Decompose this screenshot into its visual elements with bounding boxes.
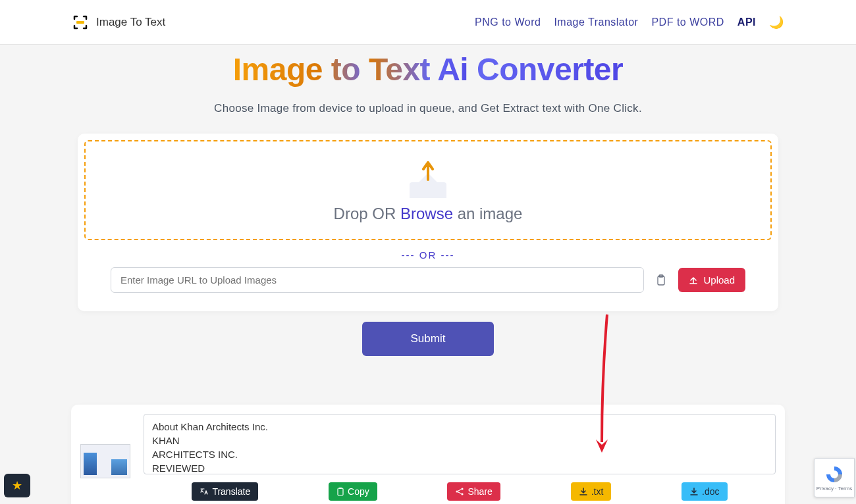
translate-icon bbox=[200, 487, 209, 496]
url-input[interactable] bbox=[111, 267, 644, 293]
copy-label: Copy bbox=[348, 486, 369, 497]
upload-icon bbox=[410, 161, 446, 198]
doc-label: .doc bbox=[702, 486, 719, 497]
title-word-3: Text bbox=[369, 52, 430, 87]
recaptcha-badge[interactable]: Privacy · Terms bbox=[814, 458, 855, 497]
svg-point-7 bbox=[462, 493, 464, 495]
upload-button[interactable]: Upload bbox=[678, 268, 745, 292]
nav-api[interactable]: API bbox=[737, 16, 756, 28]
title-word-2: to bbox=[323, 52, 369, 87]
drop-suffix: an image bbox=[453, 205, 522, 222]
share-icon bbox=[455, 487, 464, 496]
nav-pdf-to-word[interactable]: PDF to WORD bbox=[651, 16, 724, 28]
hero: Image to Text Ai Converter Choose Image … bbox=[0, 45, 856, 115]
upload-button-label: Upload bbox=[703, 274, 735, 286]
svg-point-5 bbox=[462, 488, 464, 490]
dropzone[interactable]: Drop OR Browse an image bbox=[84, 140, 772, 240]
result-actions: Translate Copy Share .txt .doc bbox=[144, 482, 776, 501]
dropzone-text: Drop OR Browse an image bbox=[86, 205, 770, 223]
txt-label: .txt bbox=[591, 486, 604, 497]
upload-card: Drop OR Browse an image --- OR --- Uploa… bbox=[78, 134, 778, 311]
result-thumbnail[interactable] bbox=[80, 444, 130, 478]
title-word-5: Converter bbox=[477, 52, 623, 87]
share-button[interactable]: Share bbox=[447, 482, 500, 501]
logo-icon bbox=[72, 14, 88, 30]
svg-rect-1 bbox=[658, 276, 664, 285]
download-icon bbox=[579, 487, 588, 496]
star-icon: ★ bbox=[12, 478, 22, 493]
share-label: Share bbox=[468, 486, 492, 497]
upload-arrow-icon bbox=[689, 276, 698, 285]
logo[interactable]: Image To Text bbox=[72, 14, 165, 30]
or-divider: --- OR --- bbox=[84, 249, 772, 261]
recaptcha-icon bbox=[824, 465, 844, 484]
translate-button[interactable]: Translate bbox=[192, 482, 258, 501]
result-textarea[interactable]: About Khan Architects Inc. KHAN ARCHITEC… bbox=[144, 414, 776, 474]
dark-mode-icon[interactable]: 🌙 bbox=[769, 15, 784, 30]
download-txt-button[interactable]: .txt bbox=[571, 482, 612, 501]
nav-png-to-word[interactable]: PNG to Word bbox=[475, 16, 541, 28]
browse-link[interactable]: Browse bbox=[400, 205, 453, 222]
recaptcha-text: Privacy · Terms bbox=[816, 486, 853, 491]
translate-label: Translate bbox=[212, 486, 250, 497]
download-icon bbox=[689, 487, 699, 496]
nav-image-translator[interactable]: Image Translator bbox=[554, 16, 638, 28]
logo-text: Image To Text bbox=[96, 16, 165, 29]
title-word-4: Ai bbox=[430, 52, 477, 87]
result-line: About Khan Architects Inc. bbox=[152, 420, 767, 434]
title-word-1: Image bbox=[233, 52, 323, 87]
feedback-fab[interactable]: ★ bbox=[4, 474, 30, 497]
svg-rect-0 bbox=[76, 21, 84, 24]
clipboard-icon bbox=[336, 487, 344, 496]
svg-rect-3 bbox=[338, 488, 343, 495]
page-subtitle: Choose Image from device to upload in qu… bbox=[0, 102, 856, 115]
header: Image To Text PNG to Word Image Translat… bbox=[0, 0, 856, 45]
result-line: KHAN bbox=[152, 434, 767, 447]
url-row: Upload bbox=[84, 267, 772, 305]
main-nav: PNG to Word Image Translator PDF to WORD… bbox=[475, 15, 784, 30]
download-doc-button[interactable]: .doc bbox=[682, 482, 727, 501]
paste-icon[interactable] bbox=[653, 272, 669, 288]
result-card: About Khan Architects Inc. KHAN ARCHITEC… bbox=[71, 405, 785, 504]
svg-rect-4 bbox=[339, 488, 342, 489]
result-line: ARCHITECTS INC. bbox=[152, 447, 767, 461]
result-line: REVIEWED bbox=[152, 461, 767, 474]
drop-prefix: Drop OR bbox=[334, 205, 400, 222]
svg-point-6 bbox=[456, 490, 458, 492]
submit-button[interactable]: Submit bbox=[362, 322, 495, 356]
copy-button[interactable]: Copy bbox=[329, 482, 377, 501]
page-title: Image to Text Ai Converter bbox=[0, 51, 856, 88]
